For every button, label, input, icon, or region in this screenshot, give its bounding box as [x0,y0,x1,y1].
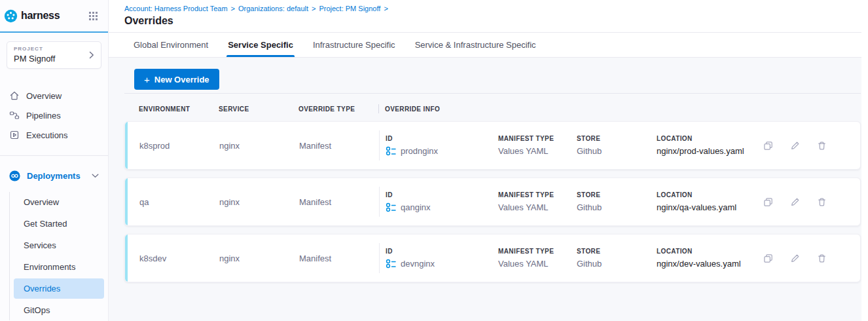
sidebar-item-label: Overview [26,91,62,101]
breadcrumb-project[interactable]: Project: PM Signoff [319,5,380,12]
manifest-type-cell: MANIFEST TYPE Values YAML [498,248,577,269]
store-label: STORE [577,248,657,255]
environment-cell: qa [139,197,219,207]
row-divider [379,243,380,273]
header-divider [378,104,379,113]
manifest-type-label: MANIFEST TYPE [498,191,577,198]
table-header: ENVIRONMENT SERVICE OVERRIDE TYPE OVERRI… [124,94,861,121]
override-type-cell: Manifest [299,254,372,263]
breadcrumb-separator: > [231,5,235,12]
executions-icon [9,130,20,140]
app-grid-icon[interactable] [89,12,98,20]
sidebar-item-deployments-overview[interactable]: Overview [14,192,104,212]
sidebar-item-get-started[interactable]: Get Started [14,214,104,234]
override-type-cell: Manifest [299,141,372,151]
sidebar-item-pipelines[interactable]: Pipelines [0,105,108,125]
column-header-environment: ENVIRONMENT [139,105,219,113]
sidebar-item-overview[interactable]: Overview [0,86,108,105]
sidebar-item-label: Deployments [27,171,81,181]
sidebar-item-environments[interactable]: Environments [14,257,104,277]
override-row[interactable]: qa nginx Manifest ID qanginx MANIFEST TY… [124,178,861,226]
chevron-down-icon [92,174,99,178]
page-header: Account: Harness Product Team > Organiza… [109,0,868,33]
manifest-type-cell: MANIFEST TYPE Values YAML [498,191,577,212]
service-cell: nginx [219,197,299,207]
edit-icon[interactable] [789,253,801,264]
sidebar-item-executions[interactable]: Executions [0,125,108,145]
location-value: nginx/qa-values.yaml [657,202,763,212]
harness-logo-icon [4,9,18,23]
id-label: ID [386,248,498,255]
row-actions [763,197,837,208]
location-value: nginx/dev-values.yaml [657,259,763,269]
project-name: PM Signoff [14,54,55,64]
deployments-icon [9,170,20,181]
deployments-submenu: Overview Get Started Services Environmen… [9,192,104,320]
id-icon [386,146,396,156]
row-actions [763,140,837,151]
pipelines-icon [9,110,20,121]
copy-icon[interactable] [763,253,774,264]
store-cell: STORE Github [577,135,657,156]
id-cell: ID qanginx [386,191,498,212]
store-label: STORE [577,135,657,142]
manifest-type-value: Values YAML [498,146,577,156]
id-icon [386,202,396,212]
manifest-type-value: Values YAML [498,259,577,269]
id-value: qanginx [401,202,431,212]
store-value: Github [577,259,657,269]
id-value: devnginx [401,259,435,269]
sidebar-item-gitops[interactable]: GitOps [14,300,104,320]
breadcrumb-separator: > [312,5,316,12]
breadcrumb: Account: Harness Product Team > Organiza… [124,5,852,12]
id-cell: ID devnginx [386,248,498,269]
environment-cell: k8sprod [139,141,219,151]
service-cell: nginx [219,141,299,151]
delete-icon[interactable] [816,253,827,264]
breadcrumb-organization[interactable]: Organizations: default [238,5,308,12]
tab-service-infrastructure-specific[interactable]: Service & Infrastructure Specific [415,33,536,57]
edit-icon[interactable] [789,197,801,208]
id-label: ID [386,191,498,198]
location-label: LOCATION [657,135,763,142]
sidebar-item-deployments[interactable]: Deployments [0,166,108,185]
id-icon [386,259,396,269]
main-area: Account: Harness Product Team > Organiza… [109,0,868,321]
breadcrumb-account[interactable]: Account: Harness Product Team [124,5,228,12]
id-label: ID [386,135,498,142]
new-override-button[interactable]: + New Override [134,69,219,90]
sidebar-divider [0,155,108,156]
id-cell: ID prodnginx [386,135,498,156]
copy-icon[interactable] [763,197,774,208]
edit-icon[interactable] [789,140,801,151]
new-override-label: New Override [154,75,209,85]
tab-bar: Global Environment Service Specific Infr… [109,33,868,58]
delete-icon[interactable] [816,197,827,208]
project-selector[interactable]: PROJECT PM Signoff [7,41,101,69]
sidebar-item-overrides[interactable]: Overrides [14,278,104,299]
override-row[interactable]: k8sdev nginx Manifest ID devnginx MANIFE… [124,234,861,282]
store-value: Github [577,146,657,156]
project-label: PROJECT [14,46,55,52]
row-divider [379,130,380,160]
override-row[interactable]: k8sprod nginx Manifest ID prodnginx MANI… [124,121,861,170]
location-cell: LOCATION nginx/dev-values.yaml [657,248,763,269]
service-cell: nginx [219,254,299,263]
column-header-override-type: OVERRIDE TYPE [298,105,372,113]
location-cell: LOCATION nginx/qa-values.yaml [657,191,763,212]
tab-infrastructure-specific[interactable]: Infrastructure Specific [313,33,395,57]
sidebar-header: harness [0,0,108,33]
delete-icon[interactable] [816,140,827,151]
sidebar-item-label: Pipelines [26,111,61,121]
tab-global-environment[interactable]: Global Environment [134,33,208,57]
store-value: Github [577,202,657,212]
copy-icon[interactable] [763,140,774,151]
manifest-type-label: MANIFEST TYPE [498,248,577,255]
sidebar-item-services[interactable]: Services [14,235,104,255]
manifest-type-value: Values YAML [498,202,577,212]
tab-service-specific[interactable]: Service Specific [228,33,293,57]
location-cell: LOCATION nginx/prod-values.yaml [657,135,763,156]
location-label: LOCATION [657,248,763,255]
row-actions [763,253,837,264]
sidebar-item-label: Executions [26,130,68,140]
